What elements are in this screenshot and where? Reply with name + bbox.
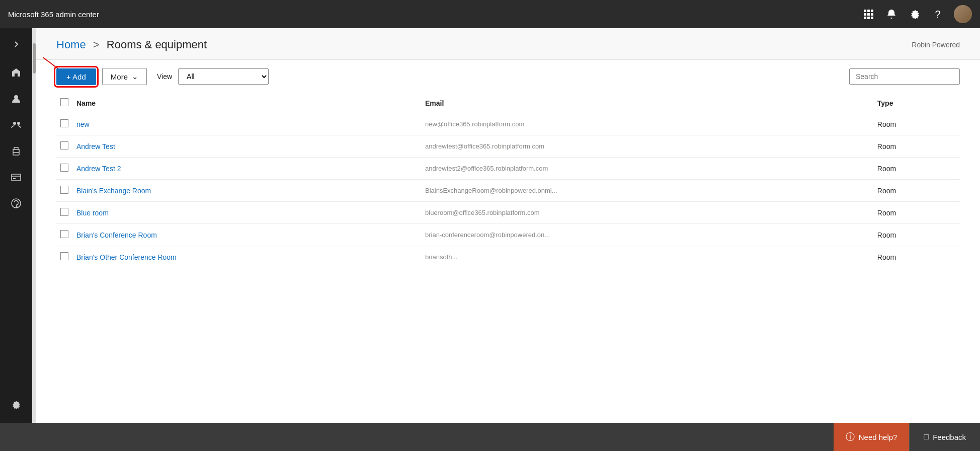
table-row[interactable]: Brian's Other Conference Room briansoth.… xyxy=(56,246,960,268)
table-row[interactable]: Blue room blueroom@office365.robinplatfo… xyxy=(56,202,960,224)
row-checkbox[interactable] xyxy=(60,141,68,149)
select-all-checkbox[interactable] xyxy=(60,98,68,106)
row-name[interactable]: Brian's Conference Room xyxy=(72,224,421,246)
row-checkbox[interactable] xyxy=(60,119,68,127)
svg-rect-6 xyxy=(864,17,866,19)
feedback-label: Feedback xyxy=(933,433,966,441)
sidebar-item-print[interactable] xyxy=(4,139,28,163)
row-checkbox-cell xyxy=(56,246,72,268)
row-name[interactable]: Andrew Test xyxy=(72,135,421,158)
row-checkbox-cell xyxy=(56,180,72,202)
row-type: Room xyxy=(873,135,960,158)
feedback-chat-icon: □ xyxy=(924,432,929,441)
row-checkbox[interactable] xyxy=(60,186,68,194)
main-layout: Home > Rooms & equipment Robin Powered xyxy=(0,28,980,423)
row-checkbox[interactable] xyxy=(60,164,68,172)
settings-gear-icon[interactable] xyxy=(908,7,922,21)
sidebar-expand-button[interactable] xyxy=(4,32,28,56)
table-container: Name Email Type new new@office365.robinp… xyxy=(36,93,980,423)
table-row[interactable]: Blain's Exchange Room BlainsExchangeRoom… xyxy=(56,180,960,202)
need-help-label: Need help? xyxy=(859,433,897,441)
row-checkbox-cell xyxy=(56,113,72,135)
svg-rect-14 xyxy=(12,174,21,181)
table-header: Name Email Type xyxy=(56,93,960,113)
feedback-button[interactable]: □ Feedback xyxy=(909,423,980,451)
sidebar-item-users[interactable] xyxy=(4,87,28,111)
row-checkbox[interactable] xyxy=(60,208,68,216)
breadcrumb-home[interactable]: Home xyxy=(56,38,86,51)
row-name[interactable]: Brian's Other Conference Room xyxy=(72,246,421,268)
more-button[interactable]: More ⌄ xyxy=(102,68,147,85)
row-name[interactable]: Andrew Test 2 xyxy=(72,158,421,180)
header-email: Email xyxy=(421,93,873,113)
bottom-bar: ⓘ Need help? □ Feedback xyxy=(0,423,980,451)
sidebar-item-groups[interactable] xyxy=(4,113,28,137)
add-button-container: + Add xyxy=(56,68,96,85)
svg-rect-5 xyxy=(871,13,873,16)
toolbar: + Add More ⌄ View All Rooms Equipment xyxy=(36,60,980,93)
svg-rect-0 xyxy=(864,10,866,12)
table-row[interactable]: new new@office365.robinplatform.com Room xyxy=(56,113,960,135)
svg-point-10 xyxy=(13,122,16,125)
sidebar-bottom xyxy=(4,393,28,419)
left-scrollbar[interactable] xyxy=(32,28,36,423)
row-email: BlainsExchangeRoom@robinpowered.onmi... xyxy=(421,180,873,202)
row-checkbox-cell xyxy=(56,158,72,180)
table-row[interactable]: Brian's Conference Room brian-conference… xyxy=(56,224,960,246)
svg-rect-4 xyxy=(867,13,870,16)
row-checkbox[interactable] xyxy=(60,252,68,260)
row-checkbox-cell xyxy=(56,224,72,246)
need-help-button[interactable]: ⓘ Need help? xyxy=(834,423,910,451)
view-label: View xyxy=(157,72,172,81)
help-icon[interactable]: ? xyxy=(931,7,945,21)
breadcrumb-separator: > xyxy=(93,38,100,51)
sidebar-item-support[interactable] xyxy=(4,191,28,215)
rooms-table: Name Email Type new new@office365.robinp… xyxy=(56,93,960,268)
header-type: Type xyxy=(873,93,960,113)
header-name: Name xyxy=(72,93,421,113)
svg-rect-7 xyxy=(867,17,870,19)
topbar: Microsoft 365 admin center ? xyxy=(0,0,980,28)
add-button[interactable]: + Add xyxy=(56,68,96,85)
svg-rect-12 xyxy=(13,153,19,155)
page-header: Home > Rooms & equipment Robin Powered xyxy=(36,28,980,60)
table-row[interactable]: Andrew Test 2 andrewtest2@office365.robi… xyxy=(56,158,960,180)
row-name[interactable]: Blue room xyxy=(72,202,421,224)
scrollbar-thumb[interactable] xyxy=(33,43,36,73)
user-avatar[interactable] xyxy=(954,5,972,23)
sidebar-item-home[interactable] xyxy=(4,60,28,85)
svg-point-11 xyxy=(17,122,20,125)
row-type: Room xyxy=(873,113,960,135)
row-email: briansoth... xyxy=(421,246,873,268)
header-checkbox-col xyxy=(56,93,72,113)
row-checkbox-cell xyxy=(56,135,72,158)
row-type: Room xyxy=(873,158,960,180)
row-name[interactable]: new xyxy=(72,113,421,135)
help-circle-icon: ⓘ xyxy=(846,431,855,443)
svg-point-9 xyxy=(14,95,18,99)
row-email: brian-conferenceroom@robinpowered.on... xyxy=(421,224,873,246)
row-checkbox-cell xyxy=(56,202,72,224)
row-checkbox[interactable] xyxy=(60,230,68,238)
more-label: More xyxy=(111,72,128,81)
search-input[interactable] xyxy=(849,68,960,85)
robin-powered-label: Robin Powered xyxy=(912,41,960,49)
breadcrumb: Home > Rooms & equipment xyxy=(56,38,207,51)
notifications-icon[interactable] xyxy=(884,7,899,21)
more-chevron-icon: ⌄ xyxy=(132,72,138,81)
row-type: Room xyxy=(873,246,960,268)
topbar-icons: ? xyxy=(861,5,972,23)
row-name[interactable]: Blain's Exchange Room xyxy=(72,180,421,202)
view-select[interactable]: All Rooms Equipment xyxy=(178,68,269,85)
page-content: Home > Rooms & equipment Robin Powered xyxy=(36,28,980,423)
sidebar-item-settings[interactable] xyxy=(4,393,28,417)
row-email: blueroom@office365.robinplatform.com xyxy=(421,202,873,224)
table-row[interactable]: Andrew Test andrewtest@office365.robinpl… xyxy=(56,135,960,158)
sidebar xyxy=(0,28,32,423)
svg-rect-8 xyxy=(871,17,873,19)
row-type: Room xyxy=(873,224,960,246)
svg-rect-3 xyxy=(864,13,866,16)
sidebar-item-billing[interactable] xyxy=(4,165,28,189)
app-title: Microsoft 365 admin center xyxy=(8,10,861,19)
apps-icon[interactable] xyxy=(861,7,875,21)
